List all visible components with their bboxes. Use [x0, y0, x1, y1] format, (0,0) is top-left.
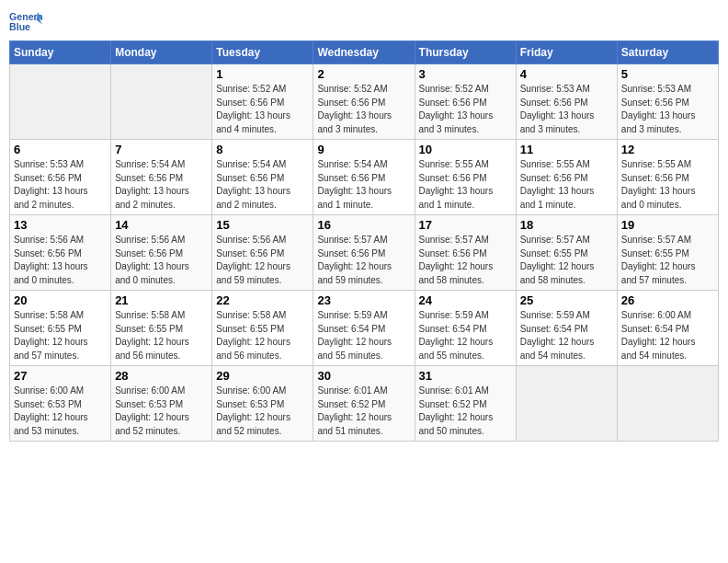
day-number: 4	[520, 67, 613, 81]
calendar-cell: 9Sunrise: 5:54 AM Sunset: 6:56 PM Daylig…	[313, 140, 415, 215]
calendar-cell: 18Sunrise: 5:57 AM Sunset: 6:55 PM Dayli…	[516, 215, 617, 291]
day-info: Sunrise: 5:58 AM Sunset: 6:55 PM Dayligh…	[14, 309, 107, 362]
page-header: General Blue	[9, 9, 719, 35]
day-info: Sunrise: 5:55 AM Sunset: 6:56 PM Dayligh…	[520, 158, 613, 212]
day-info: Sunrise: 5:57 AM Sunset: 6:56 PM Dayligh…	[419, 234, 512, 287]
calendar-week-4: 20Sunrise: 5:58 AM Sunset: 6:55 PM Dayli…	[10, 291, 719, 366]
day-number: 31	[419, 369, 512, 383]
calendar-cell: 28Sunrise: 6:00 AM Sunset: 6:53 PM Dayli…	[111, 366, 212, 442]
day-info: Sunrise: 5:59 AM Sunset: 6:54 PM Dayligh…	[520, 309, 613, 362]
day-info: Sunrise: 5:52 AM Sunset: 6:56 PM Dayligh…	[317, 83, 410, 136]
col-header-tuesday: Tuesday	[212, 41, 313, 64]
day-info: Sunrise: 6:01 AM Sunset: 6:52 PM Dayligh…	[419, 385, 512, 438]
calendar-cell	[10, 64, 111, 140]
calendar-cell: 19Sunrise: 5:57 AM Sunset: 6:55 PM Dayli…	[617, 215, 718, 291]
calendar-cell: 10Sunrise: 5:55 AM Sunset: 6:56 PM Dayli…	[415, 140, 516, 215]
day-number: 18	[520, 218, 613, 232]
day-number: 3	[419, 67, 512, 81]
calendar-cell: 20Sunrise: 5:58 AM Sunset: 6:55 PM Dayli…	[10, 291, 111, 366]
calendar-cell: 5Sunrise: 5:53 AM Sunset: 6:56 PM Daylig…	[617, 64, 718, 140]
day-info: Sunrise: 6:00 AM Sunset: 6:53 PM Dayligh…	[216, 385, 309, 438]
calendar-cell: 15Sunrise: 5:56 AM Sunset: 6:56 PM Dayli…	[212, 215, 313, 291]
calendar-cell: 12Sunrise: 5:55 AM Sunset: 6:56 PM Dayli…	[617, 140, 718, 215]
calendar-cell: 21Sunrise: 5:58 AM Sunset: 6:55 PM Dayli…	[111, 291, 212, 366]
day-info: Sunrise: 6:00 AM Sunset: 6:53 PM Dayligh…	[115, 385, 208, 438]
calendar-cell: 25Sunrise: 5:59 AM Sunset: 6:54 PM Dayli…	[516, 291, 617, 366]
calendar-cell: 31Sunrise: 6:01 AM Sunset: 6:52 PM Dayli…	[415, 366, 516, 442]
day-info: Sunrise: 6:00 AM Sunset: 6:53 PM Dayligh…	[14, 385, 107, 438]
day-number: 9	[317, 143, 410, 156]
col-header-thursday: Thursday	[415, 41, 516, 64]
day-info: Sunrise: 5:55 AM Sunset: 6:56 PM Dayligh…	[419, 158, 512, 212]
day-number: 1	[216, 67, 309, 81]
day-number: 21	[115, 293, 208, 307]
calendar-cell	[111, 64, 212, 140]
calendar-cell	[617, 366, 718, 442]
day-number: 28	[115, 369, 208, 383]
day-info: Sunrise: 5:56 AM Sunset: 6:56 PM Dayligh…	[216, 234, 309, 287]
calendar-week-1: 1Sunrise: 5:52 AM Sunset: 6:56 PM Daylig…	[10, 64, 719, 140]
day-info: Sunrise: 5:57 AM Sunset: 6:56 PM Dayligh…	[317, 234, 410, 287]
day-info: Sunrise: 5:52 AM Sunset: 6:56 PM Dayligh…	[419, 83, 512, 136]
calendar-cell	[516, 366, 617, 442]
day-info: Sunrise: 5:53 AM Sunset: 6:56 PM Dayligh…	[520, 83, 613, 136]
day-info: Sunrise: 5:54 AM Sunset: 6:56 PM Dayligh…	[216, 158, 309, 212]
calendar-cell: 30Sunrise: 6:01 AM Sunset: 6:52 PM Dayli…	[313, 366, 415, 442]
day-number: 23	[317, 293, 410, 307]
day-number: 2	[317, 67, 410, 81]
day-number: 8	[216, 143, 309, 156]
day-number: 25	[520, 293, 613, 307]
day-number: 5	[621, 67, 714, 81]
day-info: Sunrise: 5:59 AM Sunset: 6:54 PM Dayligh…	[419, 309, 512, 362]
calendar-cell: 29Sunrise: 6:00 AM Sunset: 6:53 PM Dayli…	[212, 366, 313, 442]
day-info: Sunrise: 5:54 AM Sunset: 6:56 PM Dayligh…	[317, 158, 410, 212]
day-info: Sunrise: 5:55 AM Sunset: 6:56 PM Dayligh…	[621, 158, 714, 212]
calendar-cell: 1Sunrise: 5:52 AM Sunset: 6:56 PM Daylig…	[212, 64, 313, 140]
day-number: 13	[14, 218, 107, 232]
calendar-cell: 14Sunrise: 5:56 AM Sunset: 6:56 PM Dayli…	[111, 215, 212, 291]
calendar-cell: 23Sunrise: 5:59 AM Sunset: 6:54 PM Dayli…	[313, 291, 415, 366]
day-info: Sunrise: 5:53 AM Sunset: 6:56 PM Dayligh…	[621, 83, 714, 136]
day-number: 26	[621, 293, 714, 307]
day-number: 7	[115, 143, 208, 156]
day-number: 11	[520, 143, 613, 156]
day-info: Sunrise: 5:59 AM Sunset: 6:54 PM Dayligh…	[317, 309, 410, 362]
day-number: 24	[419, 293, 512, 307]
calendar-cell: 27Sunrise: 6:00 AM Sunset: 6:53 PM Dayli…	[10, 366, 111, 442]
day-number: 16	[317, 218, 410, 232]
col-header-monday: Monday	[111, 41, 212, 64]
day-number: 6	[14, 143, 107, 156]
calendar-cell: 4Sunrise: 5:53 AM Sunset: 6:56 PM Daylig…	[516, 64, 617, 140]
calendar-cell: 6Sunrise: 5:53 AM Sunset: 6:56 PM Daylig…	[10, 140, 111, 215]
calendar-cell: 2Sunrise: 5:52 AM Sunset: 6:56 PM Daylig…	[313, 64, 415, 140]
col-header-sunday: Sunday	[10, 41, 111, 64]
svg-text:Blue: Blue	[9, 21, 30, 32]
day-number: 12	[621, 143, 714, 156]
day-number: 10	[419, 143, 512, 156]
calendar-cell: 22Sunrise: 5:58 AM Sunset: 6:55 PM Dayli…	[212, 291, 313, 366]
day-number: 19	[621, 218, 714, 232]
day-info: Sunrise: 6:00 AM Sunset: 6:54 PM Dayligh…	[621, 309, 714, 362]
calendar-cell: 13Sunrise: 5:56 AM Sunset: 6:56 PM Dayli…	[10, 215, 111, 291]
day-number: 27	[14, 369, 107, 383]
calendar-cell: 24Sunrise: 5:59 AM Sunset: 6:54 PM Dayli…	[415, 291, 516, 366]
day-info: Sunrise: 5:56 AM Sunset: 6:56 PM Dayligh…	[14, 234, 107, 287]
day-number: 15	[216, 218, 309, 232]
day-info: Sunrise: 5:53 AM Sunset: 6:56 PM Dayligh…	[14, 158, 107, 212]
day-number: 20	[14, 293, 107, 307]
day-info: Sunrise: 5:57 AM Sunset: 6:55 PM Dayligh…	[520, 234, 613, 287]
logo: General Blue	[9, 9, 44, 35]
calendar-week-5: 27Sunrise: 6:00 AM Sunset: 6:53 PM Dayli…	[10, 366, 719, 442]
calendar-week-2: 6Sunrise: 5:53 AM Sunset: 6:56 PM Daylig…	[10, 140, 719, 215]
day-info: Sunrise: 5:52 AM Sunset: 6:56 PM Dayligh…	[216, 83, 309, 136]
day-number: 22	[216, 293, 309, 307]
calendar-cell: 8Sunrise: 5:54 AM Sunset: 6:56 PM Daylig…	[212, 140, 313, 215]
calendar-cell: 3Sunrise: 5:52 AM Sunset: 6:56 PM Daylig…	[415, 64, 516, 140]
day-info: Sunrise: 6:01 AM Sunset: 6:52 PM Dayligh…	[317, 385, 410, 438]
col-header-saturday: Saturday	[617, 41, 718, 64]
calendar-cell: 26Sunrise: 6:00 AM Sunset: 6:54 PM Dayli…	[617, 291, 718, 366]
calendar-cell: 16Sunrise: 5:57 AM Sunset: 6:56 PM Dayli…	[313, 215, 415, 291]
day-number: 17	[419, 218, 512, 232]
day-info: Sunrise: 5:56 AM Sunset: 6:56 PM Dayligh…	[115, 234, 208, 287]
day-number: 14	[115, 218, 208, 232]
